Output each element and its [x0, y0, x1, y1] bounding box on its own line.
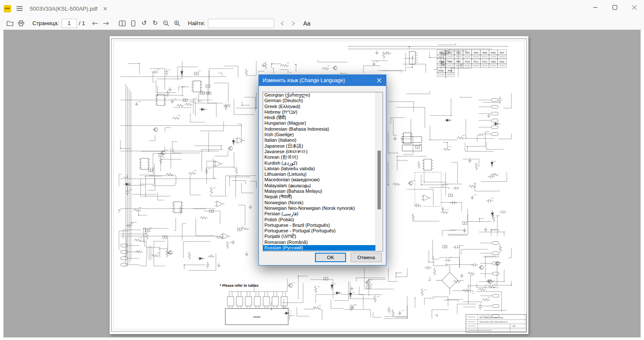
page-label: Страница:: [32, 20, 59, 26]
find-label: Найти:: [188, 20, 205, 26]
language-option[interactable]: Romanian (Română): [263, 240, 375, 245]
cancel-button[interactable]: Отмена: [351, 253, 382, 262]
window-controls: [585, 0, 644, 14]
tab-title: 5003V33A(KSL-500AP).pdf: [30, 6, 97, 12]
tab-close-button[interactable]: [103, 7, 107, 11]
language-option[interactable]: Persian (فارسی): [263, 211, 375, 217]
close-window-button[interactable]: [624, 0, 644, 14]
forward-button[interactable]: [100, 18, 111, 29]
minimize-icon: [593, 5, 598, 10]
page-input[interactable]: [62, 19, 77, 28]
close-icon: [377, 78, 381, 83]
language-option[interactable]: Javanese (ꦧꦱꦗꦮ): [263, 149, 375, 154]
svg-text:AN2: AN2: [439, 69, 444, 72]
zoom-out-button[interactable]: [161, 18, 172, 29]
open-file-button[interactable]: [4, 18, 15, 29]
document-tab[interactable]: 5003V33A(KSL-500AP).pdf: [30, 6, 107, 12]
svg-text:AN0: AN0: [491, 60, 496, 63]
print-button[interactable]: [15, 18, 26, 29]
language-option[interactable]: Greek (Ελληνικά): [263, 104, 375, 109]
svg-text:PB5: PB5: [439, 60, 444, 63]
language-option[interactable]: German (Deutsch): [263, 98, 375, 103]
language-option[interactable]: Norwegian (Norsk): [263, 200, 375, 206]
language-option[interactable]: Lithuanian (Lietuvių): [263, 171, 375, 177]
svg-text:PA3: PA3: [465, 51, 470, 54]
language-option[interactable]: Malayalam (മലയാളം): [263, 183, 375, 189]
language-option[interactable]: Norwegian Neo-Norwegian (Norsk nynorsk): [263, 206, 375, 211]
svg-text:PB6: PB6: [448, 60, 452, 63]
rotate-right-button[interactable]: ↻: [150, 18, 161, 29]
zoom-in-icon: [174, 20, 181, 27]
svg-text:PA2: PA2: [457, 51, 461, 54]
language-option[interactable]: Hindi (हिंदी): [263, 115, 375, 120]
svg-text:AN1: AN1: [499, 60, 504, 63]
scrollbar-thumb[interactable]: [377, 151, 381, 209]
app-icon-label: PDF: [5, 7, 10, 10]
printer-icon: [17, 20, 25, 27]
rotate-right-icon: ↻: [153, 20, 158, 26]
language-listbox[interactable]: Georgian (ქართული)German (Deutsch)Greek …: [263, 92, 383, 251]
language-list: Georgian (ქართული)German (Deutsch)Greek …: [263, 92, 375, 251]
language-option[interactable]: Irish (Gaeilge): [263, 132, 375, 137]
dialog-titlebar[interactable]: Изменить язык (Change Language): [259, 75, 386, 86]
find-previous-button[interactable]: [277, 18, 288, 29]
language-option[interactable]: Punjabi (ਪੰਜਾਬੀ): [263, 234, 375, 239]
language-option[interactable]: Polish (Polski): [263, 217, 375, 223]
language-option[interactable]: Hebrew (עברית): [263, 109, 375, 115]
svg-text:A5004: A5004: [253, 316, 261, 318]
close-icon: [632, 5, 637, 10]
rotate-left-button[interactable]: ↺: [139, 18, 150, 29]
language-option[interactable]: Nepali (नेपाली): [263, 194, 375, 200]
language-option[interactable]: Korean (한국어): [263, 154, 375, 160]
svg-text:PA5: PA5: [482, 51, 487, 54]
maximize-icon: [613, 5, 617, 10]
svg-text:5003 (100V, 115V, 230V) 5003-V: 5003 (100V, 115V, 230V) 5003-V2.2: [479, 321, 508, 323]
language-option[interactable]: Hungarian (Magyar): [263, 120, 375, 126]
svg-text:AN3: AN3: [448, 69, 452, 72]
language-option[interactable]: Latvian (latviešu valoda): [263, 166, 375, 171]
app-icon[interactable]: PDF: [4, 5, 11, 12]
minimize-button[interactable]: [585, 0, 605, 14]
language-option[interactable]: Portuguese - Brazil (Português): [263, 223, 375, 228]
layout-single-button[interactable]: [128, 18, 139, 29]
layout-facing-button[interactable]: [116, 18, 128, 29]
language-option[interactable]: Kurdish (کوردی): [263, 160, 375, 166]
maximize-button[interactable]: [605, 0, 624, 14]
svg-text:PA1: PA1: [448, 51, 452, 54]
find-input[interactable]: [208, 19, 274, 28]
find-next-button[interactable]: [288, 18, 299, 29]
svg-text:PA6: PA6: [491, 51, 496, 54]
chevron-left-icon: [280, 20, 285, 26]
language-option[interactable]: Portuguese - Portugal (Português): [263, 228, 375, 234]
svg-text:* Please refer to tables: * Please refer to tables: [220, 283, 258, 288]
hamburger-icon: [16, 6, 23, 11]
facing-pages-icon: [119, 20, 126, 27]
svg-text:PA4: PA4: [474, 51, 479, 54]
language-option[interactable]: Indonesian (Bahasa Indonesia): [263, 126, 375, 132]
zoom-out-icon: [163, 20, 170, 27]
svg-text:PC0: PC0: [465, 60, 470, 63]
language-option[interactable]: Malaysian (Bahasa Melayu): [263, 189, 375, 194]
svg-text:KSL-500A (100V, 110V, 220V): KSL-500A (100V, 110V, 220V): [479, 317, 503, 319]
dialog-close-button[interactable]: [372, 75, 386, 86]
listbox-scrollbar[interactable]: [375, 92, 383, 251]
zoom-in-button[interactable]: [172, 18, 183, 29]
rotate-left-icon: ↺: [142, 20, 147, 26]
language-option[interactable]: Georgian (ქართული): [263, 92, 375, 98]
language-option[interactable]: Japanese (日本語): [263, 143, 375, 149]
arrow-right-icon: [102, 20, 110, 26]
language-option[interactable]: Macedonian (македонски): [263, 177, 375, 183]
svg-text:1.2: 1.2: [513, 325, 516, 327]
dialog-title: Изменить язык (Change Language): [263, 77, 345, 83]
arrow-left-icon: [91, 20, 99, 26]
match-case-button[interactable]: Aa: [301, 18, 312, 29]
menu-button[interactable]: [16, 6, 23, 11]
window-titlebar: PDF 5003V33A(KSL-500AP).pdf: [0, 0, 644, 17]
language-option[interactable]: Russian (Русский): [263, 245, 375, 251]
language-option[interactable]: Italian (Italiano): [263, 137, 375, 143]
close-icon: [103, 7, 107, 11]
folder-icon: [6, 20, 14, 27]
change-language-dialog: Изменить язык (Change Language) Georgian…: [258, 74, 386, 266]
back-button[interactable]: [89, 18, 100, 29]
ok-button[interactable]: OK: [315, 253, 346, 262]
